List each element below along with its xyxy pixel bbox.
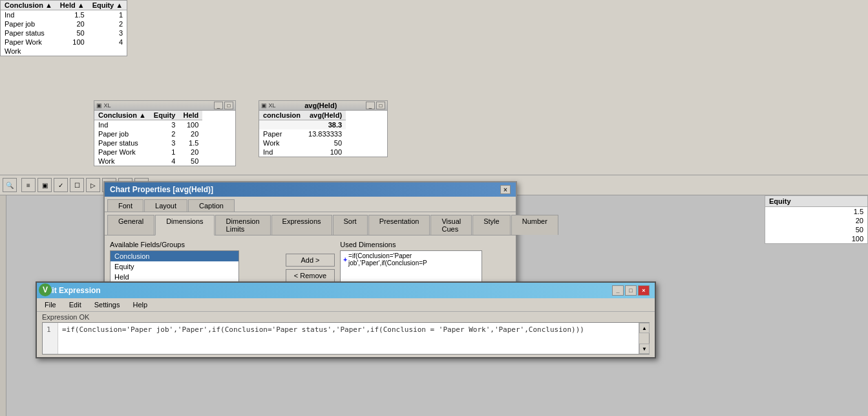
t2r3-e: 3 (150, 138, 180, 148)
tab-style[interactable]: Style (472, 215, 510, 235)
menu-help[interactable]: Help (130, 300, 150, 310)
add-remove-buttons: Add > < Remove (286, 241, 335, 282)
chart-props-tabs-row1: Font Layout Caption (105, 197, 516, 212)
left-sidebar (0, 195, 6, 416)
expr-maximize-btn[interactable]: □ (625, 285, 637, 296)
table2-maximize[interactable]: □ (224, 102, 233, 109)
tab-sort[interactable]: Sort (333, 215, 368, 235)
table2-titlebar: ▣ XL _ □ (94, 101, 235, 111)
line-num-1: 1 (47, 325, 54, 334)
t2-col-equity: Equity (150, 111, 180, 120)
t2r1-h: 100 (179, 120, 202, 130)
tab-dimension-limits[interactable]: Dimension Limits (215, 215, 271, 235)
tab-caption[interactable]: Caption (188, 199, 235, 212)
table-row: Ind 1.5 1 (1, 10, 127, 20)
expression-text[interactable]: =if(Conclusion='Paper job','Paper',if(Co… (58, 323, 639, 354)
equity-r1: 1.5 (765, 207, 867, 216)
table3-title: avg(Held) (304, 102, 337, 109)
table2: Conclusion ▲ Equity Held Ind 3 100 Paper… (94, 111, 202, 166)
table3: conclusion avg(Held) 38.3 Paper 13.83333… (259, 111, 346, 157)
t3-col-conclusion: conclusion (259, 111, 304, 120)
menu-edit[interactable]: Edit (67, 300, 84, 310)
tab-expressions[interactable]: Expressions (271, 215, 332, 235)
edit-expr-menubar: File Edit Settings Help (37, 298, 655, 312)
t2r4-h: 20 (179, 148, 202, 157)
scroll-up-arrow[interactable]: ▲ (639, 323, 650, 333)
t1r2-equity: 2 (89, 19, 127, 28)
tab-general[interactable]: General (107, 215, 154, 235)
t2r5-c: Work (94, 157, 150, 166)
field-equity[interactable]: Equity (111, 261, 238, 272)
t2r1-c: Ind (94, 120, 150, 130)
equity-column: Equity 1.5 20 50 100 (765, 195, 868, 244)
table1-col-held: Held ▲ (56, 1, 89, 10)
menu-file[interactable]: File (42, 300, 59, 310)
t1r5-held (56, 47, 89, 56)
table-row: Work 4 50 (94, 157, 202, 166)
table-row: Ind 100 (259, 148, 346, 157)
t1r4-conclusion: Paper Work (1, 38, 56, 47)
v-icon: V (39, 283, 52, 296)
chart-props-close[interactable]: × (500, 185, 511, 194)
add-button[interactable]: Add > (286, 254, 335, 267)
t1r3-held: 50 (56, 28, 89, 38)
table-row: Paper status 50 3 (1, 28, 127, 38)
t3r3-c: Ind (259, 148, 304, 157)
table3-titlebar: ▣ XL avg(Held) _ □ (259, 101, 387, 111)
expression-status: Expression OK (37, 312, 655, 322)
menu-settings[interactable]: Settings (92, 300, 123, 310)
table3-maximize[interactable]: □ (376, 102, 385, 109)
equity-r3: 50 (765, 225, 867, 234)
table2-controls: _ □ (214, 102, 233, 109)
tab-number[interactable]: Number (511, 215, 558, 235)
tab-dimensions[interactable]: Dimensions (155, 215, 214, 235)
t2r5-e: 4 (150, 157, 180, 166)
table1: Conclusion ▲ Held ▲ Equity ▲ Ind 1.5 1 P… (1, 1, 127, 56)
tab-presentation[interactable]: Presentation (368, 215, 430, 235)
used-dim-header: Used Dimensions (340, 241, 511, 248)
field-conclusion[interactable]: Conclusion (111, 251, 238, 261)
t1r1-held: 1.5 (56, 10, 89, 20)
t2r2-c: Paper job (94, 129, 150, 138)
toolbar-btn3[interactable]: ✓ (54, 178, 68, 192)
table3-container: ▣ XL avg(Held) _ □ conclusion avg(Held) … (259, 100, 388, 157)
expr-minimize-btn[interactable]: _ (612, 285, 624, 296)
used-dim-item1: + =if(Conclusion='Paper job','Paper',if(… (341, 251, 482, 268)
toolbar-btn2[interactable]: ▣ (37, 178, 52, 192)
chart-props-titlebar: Chart Properties [avg(Held)] × (105, 182, 516, 197)
t1r1-equity: 1 (89, 10, 127, 20)
equity-header: Equity (765, 196, 867, 207)
toolbar-btn1[interactable]: ≡ (21, 178, 36, 192)
tab-visual-cues[interactable]: Visual Cues (430, 215, 472, 235)
table-row: Paper Work 1 20 (94, 148, 202, 157)
used-dim-label: Used Dimensions (340, 241, 396, 248)
plus-icon: + (343, 256, 347, 263)
line-numbers: 1 (43, 323, 58, 354)
expr-scrollbar[interactable]: ▲ ▼ (639, 323, 649, 354)
table-row: Work 50 (259, 138, 346, 148)
t1r5-conclusion: Work (1, 47, 56, 56)
table-row: Ind 3 100 (94, 120, 202, 130)
table-row: 38.3 (259, 120, 346, 130)
t2r4-e: 1 (150, 148, 180, 157)
table1-container: Conclusion ▲ Held ▲ Equity ▲ Ind 1.5 1 P… (0, 0, 127, 56)
toolbar-btn4[interactable]: ☐ (70, 178, 84, 192)
table2-minimize[interactable]: _ (214, 102, 223, 109)
t1r2-held: 20 (56, 19, 89, 28)
expression-editor[interactable]: 1 =if(Conclusion='Paper job','Paper',if(… (42, 322, 650, 355)
table3-icon: ▣ XL (261, 102, 276, 109)
remove-button[interactable]: < Remove (286, 269, 335, 282)
toolbar-btn5[interactable]: ▷ (86, 178, 100, 192)
table1-col-conclusion: Conclusion ▲ (1, 1, 56, 10)
field-held[interactable]: Held (111, 272, 238, 282)
t3r2-c: Work (259, 138, 304, 148)
equity-r4: 100 (765, 234, 867, 243)
scroll-down-arrow[interactable]: ▼ (639, 344, 650, 354)
tab-layout[interactable]: Layout (144, 199, 187, 212)
search-btn[interactable]: 🔍 (3, 178, 17, 192)
tab-font[interactable]: Font (107, 199, 143, 212)
table3-minimize[interactable]: _ (366, 102, 375, 109)
table2-icon: ▣ XL (96, 102, 111, 109)
expr-close-btn[interactable]: × (638, 285, 650, 296)
t2r3-c: Paper status (94, 138, 150, 148)
